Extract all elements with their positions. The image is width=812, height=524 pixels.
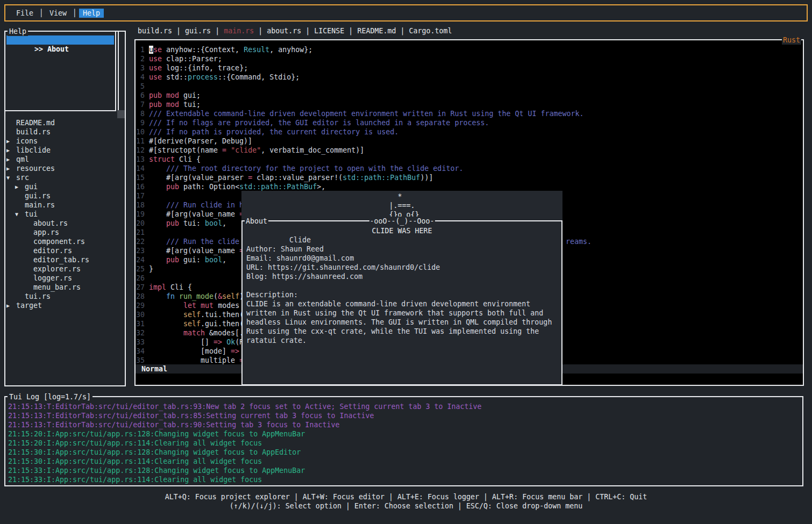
about-popup-line: Author: Shaun Reed [243, 245, 561, 254]
menu-item-file[interactable]: File [12, 9, 37, 18]
code-text: [] => Ok(R [149, 338, 244, 347]
code-text: pub gui: bool, [149, 255, 226, 264]
line-number: 31 [136, 319, 145, 328]
log-entry: 21:15:20:I:App:src/tui/app.rs:128:Changi… [8, 429, 305, 439]
editor-panel[interactable]: Rust 1use anyhow::{Context, Result, anyh… [134, 39, 804, 386]
tab-separator: | [254, 27, 267, 35]
code-text: #[derive(Parser, Debug)] [149, 137, 252, 146]
explorer-item-label: menu_bar.rs [33, 283, 81, 292]
folder-collapsed-icon[interactable]: ▶ [6, 155, 10, 164]
help-dropdown-item-about[interactable]: >> About [6, 35, 114, 45]
about-popup-line: ratatui crate. [243, 336, 561, 345]
about-popup-title: About [245, 217, 268, 226]
help-dropdown: Help >> About [4, 31, 116, 111]
about-popup: * |.===. {}o o{} About -ooO--(_)--Ooo- C… [241, 191, 562, 385]
folder-collapsed-icon[interactable]: ▶ [15, 182, 18, 191]
menu-separator: │ [70, 9, 79, 18]
tab-Cargo-toml[interactable]: Cargo.toml [409, 27, 452, 35]
folder-collapsed-icon[interactable]: ▶ [6, 301, 10, 310]
code-line-15: 15 #[arg(value_parser = clap::value_pars… [136, 173, 803, 182]
line-number: 15 [136, 173, 145, 182]
editor-tab-bar: build.rs | gui.rs | main.rs | about.rs |… [138, 26, 452, 35]
code-text: pub mod gui; [149, 91, 201, 100]
explorer-item-label: editor_tab.rs [33, 255, 89, 264]
code-text: impl Cli { [149, 283, 192, 292]
tab-build-rs[interactable]: build.rs [138, 27, 172, 35]
explorer-scrollbar-thumb[interactable] [117, 110, 125, 118]
tab-main-rs[interactable]: main.rs [224, 27, 254, 35]
about-popup-line: Email: shaunrd0@gmail.com [243, 254, 561, 263]
menu-item-view[interactable]: View [46, 9, 70, 18]
code-text: #[arg(value_name = [149, 246, 244, 255]
tab-gui-rs[interactable]: gui.rs [185, 27, 211, 35]
tui-log-title: Tui Log [log=1.7/s] [8, 392, 92, 401]
explorer-item-label: qml [16, 155, 29, 164]
line-number: 19 [136, 210, 145, 219]
explorer-item-label: tui.rs [25, 292, 51, 301]
help-dropdown-title: Help [8, 27, 28, 36]
explorer-item-label: libclide [16, 146, 51, 155]
code-text: #[arg(value_parser = clap::value_parser!… [149, 173, 433, 182]
code-line-14: 14 /// The root directory for the projec… [136, 164, 803, 173]
line-number: 16 [136, 182, 145, 191]
explorer-item-label: component.rs [33, 237, 85, 246]
code-text: pub path: Option<std::path::PathBuf>, [149, 182, 325, 191]
tab-LICENSE[interactable]: LICENSE [314, 27, 344, 35]
code-line-5: 5 [136, 82, 803, 91]
code-text: use std::process::{Command, Stdio}; [149, 73, 300, 82]
line-number: 29 [136, 301, 145, 310]
explorer-item-label: logger.rs [33, 274, 72, 283]
help-dropdown-item-label: >> About [34, 45, 69, 53]
explorer-item-label: tui [25, 210, 38, 219]
line-number: 28 [136, 292, 145, 301]
code-text: #[structopt(name = "clide", verbatim_doc… [149, 146, 364, 155]
line-number: 27 [136, 283, 145, 292]
tui-log-panel[interactable]: Tui Log [log=1.7/s] 21:15:13:T:EditorTab… [4, 396, 803, 486]
explorer-item-label: app.rs [33, 228, 59, 237]
tab-about-rs[interactable]: about.rs [267, 27, 301, 35]
code-text: /// Run clide in h [149, 200, 244, 210]
tab-separator: | [301, 27, 314, 35]
code-line-9: 9/// If no flags are provided, the GUI e… [136, 118, 803, 127]
line-number: 12 [136, 146, 145, 155]
about-popup-line: Blog: https://shaunreed.com [243, 272, 561, 281]
line-number: 25 [136, 264, 145, 274]
about-popup-line: Description: [243, 290, 561, 299]
folder-collapsed-icon[interactable]: ▶ [6, 164, 10, 173]
about-popup-line: Rust using the cxx-qt crate, while the T… [243, 327, 561, 336]
tab-separator: | [211, 27, 224, 35]
line-number: 2 [136, 54, 145, 63]
folder-expanded-icon[interactable]: ▼ [15, 210, 18, 219]
about-popup-box: About -ooO--(_)--Ooo- Clide CLIDE WAS HE… [241, 220, 562, 385]
code-line-8: 8/// Extendable command-line driven deve… [136, 109, 803, 118]
line-number: 34 [136, 347, 145, 356]
code-text: pub mod tui; [149, 100, 201, 109]
code-text: /// If no path is provided, the current … [149, 127, 398, 137]
code-line-12: 12#[structopt(name = "clide", verbatim_d… [136, 146, 803, 155]
line-number: 23 [136, 246, 145, 255]
code-text: /// Run the clide [149, 237, 244, 246]
tab-README-md[interactable]: README.md [357, 27, 396, 35]
folder-collapsed-icon[interactable]: ▶ [6, 137, 10, 146]
folder-collapsed-icon[interactable]: ▶ [6, 146, 10, 155]
explorer-item-label: resources [16, 164, 55, 173]
menu-item-help[interactable]: Help [79, 9, 104, 18]
explorer-item-label: target [16, 301, 42, 310]
code-text: } [149, 264, 153, 274]
explorer-scrollbar-track[interactable] [118, 32, 119, 110]
code-text: match &modes[. [149, 328, 244, 338]
code-line-11: 11#[derive(Parser, Debug)] [136, 137, 803, 146]
explorer-item-label: build.rs [16, 127, 51, 137]
code-text: use log::{info, trace}; [149, 63, 248, 73]
explorer-item-label: editor.rs [33, 246, 72, 255]
line-number: 9 [136, 118, 145, 127]
line-number: 20 [136, 219, 145, 228]
about-tagline: CLIDE WAS HERE [243, 226, 561, 235]
folder-expanded-icon[interactable]: ▼ [6, 173, 10, 182]
code-line-7: 7pub mod tui; [136, 100, 803, 109]
tab-separator: | [396, 27, 409, 35]
about-popup-line: headless Linux environments. The GUI is … [243, 318, 561, 327]
code-text: struct Cli { [149, 155, 201, 164]
line-number: 7 [136, 100, 145, 109]
about-popup-line [243, 235, 561, 245]
